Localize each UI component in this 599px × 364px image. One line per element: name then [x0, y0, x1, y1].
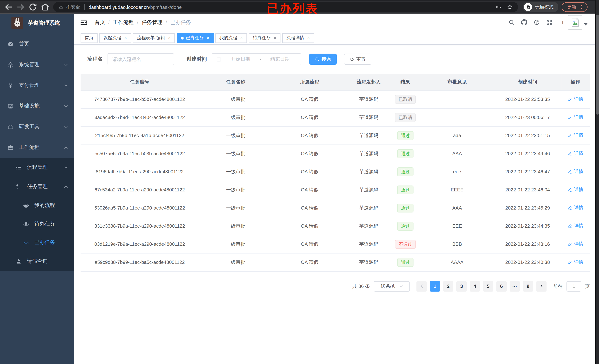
- question-icon[interactable]: [534, 19, 540, 26]
- table-cell: OA 请假: [273, 181, 347, 199]
- page-button-9[interactable]: 9: [523, 281, 533, 291]
- detail-link[interactable]: 详情: [568, 204, 583, 211]
- result-cell: 通过: [391, 217, 420, 235]
- back-icon[interactable]: [4, 2, 13, 12]
- font-size-icon[interactable]: TT: [559, 19, 565, 26]
- pagination-next-button[interactable]: [536, 281, 546, 291]
- sidebar-item-tree[interactable]: 任务管理: [0, 177, 74, 196]
- table-cell: 一级审批: [199, 181, 273, 199]
- detail-link[interactable]: 详情: [568, 186, 583, 193]
- tab-发起流程[interactable]: 发起流程×: [99, 33, 131, 43]
- goto-page-input[interactable]: [566, 281, 581, 291]
- table-cell: a59c9d88-7b99-11ec-ba5c-acde48001122: [80, 253, 199, 271]
- caret-down-icon[interactable]: [584, 23, 588, 27]
- detail-link[interactable]: 详情: [568, 96, 583, 102]
- page-button-2[interactable]: 2: [443, 281, 453, 291]
- tab-我的流程[interactable]: 我的流程×: [215, 33, 247, 43]
- start-date-placeholder[interactable]: 开始日期: [224, 56, 257, 62]
- page-button-6[interactable]: 6: [496, 281, 507, 291]
- sidebar-item-yen[interactable]: 支付管理: [0, 75, 74, 96]
- reset-button[interactable]: 重置: [344, 53, 371, 65]
- sidebar-item-toolbox[interactable]: 研发工具: [0, 116, 74, 137]
- sidebar-item-label: 请假查询: [27, 258, 48, 265]
- forward-icon[interactable]: [16, 2, 26, 12]
- search-icon[interactable]: [509, 19, 515, 26]
- detail-link[interactable]: 详情: [568, 114, 583, 120]
- close-icon[interactable]: ×: [168, 35, 171, 41]
- breadcrumb-workflow[interactable]: 工作流程: [113, 19, 133, 26]
- scrollbar-thumb[interactable]: [596, 15, 599, 115]
- breadcrumb-task-mgmt[interactable]: 任务管理: [142, 19, 162, 26]
- yen-icon: [7, 82, 14, 89]
- home-icon[interactable]: [40, 2, 50, 12]
- detail-link[interactable]: 详情: [568, 150, 583, 157]
- pagination-ellipsis[interactable]: ···: [510, 281, 520, 291]
- update-button[interactable]: 更新: [562, 2, 588, 12]
- breadcrumb-home[interactable]: 首页: [95, 19, 105, 26]
- sidebar-item-label: 支付管理: [19, 82, 40, 89]
- breadcrumb-separator: /: [108, 20, 110, 25]
- pagination-prev-button[interactable]: [416, 281, 427, 291]
- end-date-placeholder[interactable]: 结束日期: [263, 56, 297, 62]
- monitor-icon: [7, 103, 14, 109]
- reload-icon[interactable]: [28, 2, 38, 12]
- page-button-1[interactable]: 1: [430, 281, 440, 291]
- update-label: 更新: [567, 4, 576, 10]
- sidebar-item-dashboard[interactable]: 首页: [0, 34, 74, 54]
- search-button[interactable]: 搜索: [309, 53, 337, 65]
- tab-待办任务[interactable]: 待办任务×: [249, 33, 281, 43]
- sidebar-toggle-icon[interactable]: [80, 18, 88, 26]
- date-range-picker[interactable]: 开始日期 - 结束日期: [212, 53, 301, 65]
- sidebar-item-briefcase[interactable]: 工作流程: [0, 137, 74, 158]
- close-icon[interactable]: ×: [274, 35, 276, 41]
- search-button-label: 搜索: [321, 56, 331, 62]
- table-cell: 3adac3d2-7b9d-11ec-8404-acde48001122: [80, 108, 199, 126]
- action-cell: 详情: [561, 199, 590, 217]
- svg-text:T: T: [561, 20, 564, 25]
- security-label: 不安全: [66, 4, 80, 10]
- result-cell: 通过: [391, 144, 420, 163]
- annotation-done-list: 已办列表: [267, 1, 318, 17]
- page-button-4[interactable]: 4: [470, 281, 480, 291]
- status-badge: 通过: [397, 204, 414, 212]
- table-cell: 一级审批: [199, 235, 273, 253]
- detail-link[interactable]: 详情: [568, 241, 583, 247]
- pagination: 共 86 条 10条/页 123456···9 前往 页: [74, 281, 590, 291]
- key-icon[interactable]: [495, 4, 502, 10]
- browser-scrollbar[interactable]: [595, 0, 599, 364]
- table-cell: 一级审批: [199, 217, 273, 235]
- page-size-select[interactable]: 10条/页: [374, 281, 410, 291]
- incognito-icon: [524, 3, 532, 11]
- browser-menu-icon[interactable]: [579, 4, 584, 10]
- sidebar-item-robot[interactable]: 我的流程: [0, 196, 74, 215]
- sidebar-item-list[interactable]: 流程管理: [0, 158, 74, 177]
- sidebar-item-gear[interactable]: 系统管理: [0, 54, 74, 75]
- github-icon[interactable]: [521, 19, 527, 26]
- sidebar-item-monitor[interactable]: 基础设施: [0, 96, 74, 116]
- close-icon[interactable]: ×: [240, 35, 243, 41]
- close-icon[interactable]: ×: [124, 35, 127, 41]
- tab-已办任务[interactable]: 已办任务×: [177, 33, 213, 43]
- detail-link[interactable]: 详情: [568, 259, 583, 265]
- sidebar-item-user[interactable]: 请假查询: [0, 252, 74, 271]
- page-button-3[interactable]: 3: [456, 281, 467, 291]
- created-time-cell: 2022-01-22 23:46:04: [494, 181, 561, 199]
- detail-link[interactable]: 详情: [568, 223, 583, 229]
- bookmark-star-icon[interactable]: [507, 4, 513, 10]
- app-logo[interactable]: 芋道管理系统: [0, 14, 74, 32]
- created-time-cell: 2022-01-22 23:51:15: [494, 126, 561, 144]
- process-name-input[interactable]: [107, 53, 174, 65]
- close-icon[interactable]: ×: [307, 35, 310, 41]
- detail-link[interactable]: 详情: [568, 132, 583, 138]
- tab-首页[interactable]: 首页: [80, 33, 97, 43]
- avatar[interactable]: [568, 15, 582, 30]
- close-icon[interactable]: ×: [207, 35, 209, 41]
- briefcase-icon: [7, 144, 14, 151]
- tab-流程表单-编辑[interactable]: 流程表单-编辑×: [133, 33, 175, 43]
- detail-link[interactable]: 详情: [568, 168, 583, 175]
- tab-流程详情[interactable]: 流程详情×: [282, 33, 314, 43]
- page-button-5[interactable]: 5: [483, 281, 493, 291]
- fullscreen-icon[interactable]: [546, 19, 552, 26]
- sidebar-item-eye-closed[interactable]: 已办任务: [0, 233, 74, 252]
- sidebar-item-eye[interactable]: 待办任务: [0, 215, 74, 233]
